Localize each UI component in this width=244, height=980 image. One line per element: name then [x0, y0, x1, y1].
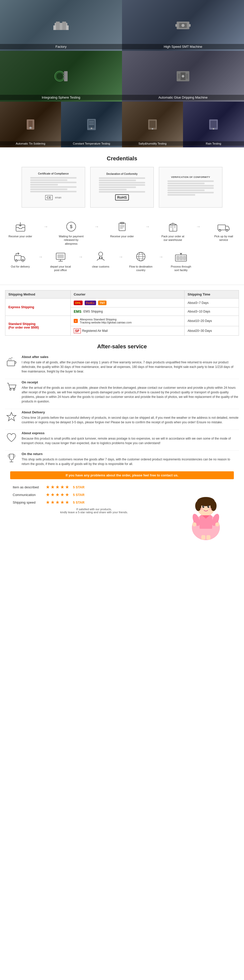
divider-3 — [5, 430, 239, 430]
cert-verification: VERIFICATION OF CONFORMITY — [159, 167, 222, 208]
factory-image: Factory — [0, 0, 122, 51]
after-sales-heading-express: About express — [22, 431, 239, 435]
stars-comm: ★ ★ ★ ★ ★ — [46, 492, 69, 498]
step-pack-order-label: Pack your order at our warehouse — [160, 234, 185, 242]
factory-row-top: Factory High Speed SMT Machine — [0, 0, 244, 51]
step-waiting-payment-label: Waiting for payment released by aliexpre… — [59, 234, 84, 245]
process-row-1: Receive your order → $ Waiting for payme… — [8, 220, 236, 245]
svg-rect-28 — [89, 123, 94, 123]
express-label: Express Shipping — [8, 305, 34, 309]
standard-time-2: About20~30 Days — [185, 326, 239, 336]
svg-rect-12 — [64, 71, 68, 81]
star-c3: ★ — [56, 492, 59, 498]
step-out-delivery-label: Out for delivery — [11, 265, 30, 268]
credentials-title: Credentials — [5, 155, 239, 162]
process-row-2: Out for delivery → depart your local pos… — [8, 251, 236, 272]
factory-row-bot: Automatic Tin Soldering Constant Tempera… — [0, 102, 244, 147]
carrier-logos-aliexpress: A Aliexpress Standard ShippingTracking w… — [74, 318, 181, 324]
svg-rect-1 — [56, 22, 60, 30]
step-out-delivery: Out for delivery — [8, 251, 33, 268]
svg-rect-44 — [169, 225, 177, 231]
arrow-5: → — [38, 255, 43, 260]
salty-image: Salty&humidity Testing — [122, 102, 183, 147]
svg-point-35 — [213, 128, 214, 130]
star-3: ★ — [56, 484, 59, 490]
star-c2: ★ — [51, 492, 55, 498]
box-icon — [166, 220, 179, 233]
svg-rect-57 — [57, 255, 64, 258]
rating-left: Item as described ★ ★ ★ ★ ★ 5 STAR Commu… — [13, 484, 175, 535]
step-pack-order: Pack your order at our warehouse — [160, 220, 185, 242]
star-c5: ★ — [65, 492, 69, 498]
glue-label: Automatic Glue Dripping Machine — [122, 95, 244, 100]
express-couriers-1: DHL FedEx TNT — [71, 299, 185, 307]
star-s5: ★ — [65, 500, 69, 505]
rain-image: Rain Testing — [183, 102, 244, 147]
sort-icon — [175, 251, 187, 263]
star-s3: ★ — [56, 500, 59, 505]
ems-text: EMS Shipping — [83, 310, 103, 313]
rating-row-item: Item as described ★ ★ ★ ★ ★ 5 STAR — [13, 484, 175, 490]
svg-point-7 — [182, 24, 185, 27]
step-process-sort-label: Process through sort facility — [168, 265, 194, 272]
svg-point-26 — [91, 127, 92, 129]
after-sales-content-express: About express Because this product is sm… — [22, 431, 239, 445]
cart-icon — [5, 380, 18, 393]
svg-rect-60 — [101, 257, 102, 259]
step-receive-order2: Receive your order — [109, 220, 135, 238]
rating-right — [180, 484, 231, 535]
svg-point-74 — [13, 389, 15, 390]
factory-label: Factory — [0, 44, 122, 49]
svg-rect-27 — [89, 121, 94, 122]
divider-4 — [5, 450, 239, 451]
shipping-section: Shipping Method Courier Shipping Time Ex… — [0, 288, 244, 341]
svg-point-73 — [10, 389, 11, 390]
step-depart-post: depart your local post office — [48, 251, 73, 272]
standard-time-1: About10~20 Days — [185, 316, 239, 326]
factory-grid: Factory High Speed SMT Machine — [0, 0, 244, 147]
svg-marker-75 — [7, 412, 16, 421]
section-divider-1 — [0, 285, 244, 285]
standard-label: Standard Shipping(For order over $500) — [8, 322, 39, 329]
star-4: ★ — [60, 484, 64, 490]
svg-rect-67 — [177, 256, 179, 260]
tin-label: Automatic Tin Soldering — [0, 141, 61, 146]
svg-rect-69 — [183, 256, 186, 260]
star-text-ship: 5 STAR — [73, 501, 85, 504]
step-depart-post-label: depart your local post office — [48, 265, 73, 272]
dollar-icon: $ — [65, 220, 78, 233]
svg-rect-68 — [180, 256, 182, 260]
cert-ce: Certificate of Compliance CE eman — [22, 167, 85, 208]
svg-rect-4 — [66, 25, 69, 30]
svg-rect-29 — [89, 124, 94, 125]
svg-rect-31 — [150, 121, 156, 128]
contact-bar: If you have any problems about the order… — [10, 471, 234, 479]
svg-point-87 — [209, 506, 209, 507]
svg-point-32 — [152, 128, 153, 130]
svg-rect-8 — [175, 24, 177, 27]
star-c1: ★ — [46, 492, 50, 498]
after-sales-text-receipt: After the arrival of the goods as soon a… — [22, 385, 239, 404]
step-receive-order: Receive your order — [8, 220, 33, 238]
after-sales-content-return: On the return This shop sells products i… — [22, 452, 239, 466]
arrow-1: → — [43, 224, 48, 229]
col-courier: Courier — [71, 290, 185, 299]
ems-logo: EMS — [74, 309, 81, 313]
after-sales-item-return: On the return This shop sells products i… — [5, 452, 239, 466]
svg-point-88 — [200, 508, 203, 510]
after-sales-item-delivery: About Delivery China time 16 points befo… — [5, 410, 239, 425]
after-sales-heading-delivery: About Delivery — [22, 410, 239, 414]
star-icon — [5, 410, 18, 423]
smt-label: High Speed SMT Machine — [122, 44, 244, 49]
shipping-table: Shipping Method Courier Shipping Time Ex… — [5, 290, 239, 336]
after-sales-text-delivery: China time 16 points before the successf… — [22, 415, 239, 425]
process-section: Receive your order → $ Waiting for payme… — [0, 215, 244, 282]
clipboard-icon — [116, 220, 128, 233]
dhl-logo: DHL — [74, 301, 83, 305]
svg-rect-51 — [14, 256, 21, 260]
cert-rohs: Declaration of Conformity RoHS — [90, 167, 154, 208]
registered-text: Registered Air Mail — [82, 329, 108, 332]
svg-rect-22 — [29, 121, 32, 127]
tnt-logo: TNT — [98, 301, 107, 305]
arrow-6: → — [78, 255, 83, 260]
